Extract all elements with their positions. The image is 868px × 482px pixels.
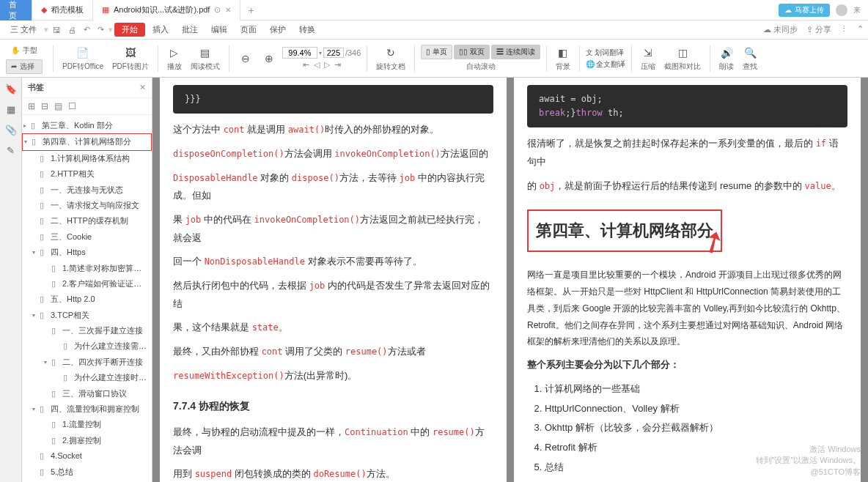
tab-template[interactable]: ◆ 稻壳模板 [32,0,93,21]
bookmark-icon: ▯ [40,404,48,415]
auto-scroll[interactable]: 自动滚动 [466,62,496,70]
redo-icon[interactable]: ↷ [95,25,107,34]
tree-arrow-icon: ▸ [23,122,31,130]
pdf-to-image[interactable]: 🖼PDF转图片 [109,45,152,72]
menu-annotate[interactable]: 批注 [176,22,204,37]
avatar[interactable] [836,4,847,16]
bookmark-item[interactable]: ▯为什么建立连接时多了一次握手? [22,370,152,385]
bookmark-item[interactable]: ▾▯3.TCP相关 [22,308,152,323]
first-page-icon[interactable]: ⇤ [303,60,309,70]
file-menu[interactable]: 三 文件 [4,22,43,37]
bookmark-item[interactable]: ▯三、滑动窗口协议 [22,386,152,401]
tab-add[interactable]: + [240,4,261,16]
bookmark-tool-icon[interactable]: ☐ [68,101,76,111]
bookmark-item[interactable]: ▾▯四、流量控制和拥塞控制 [22,401,152,417]
read-mode[interactable]: ▤阅读模式 [188,45,223,72]
next-page-icon[interactable]: ▷ [324,60,330,70]
bookmark-icon: ▯ [51,419,60,430]
undo-icon[interactable]: ↶ [81,25,93,34]
single-page-icon: ▯ [426,48,430,56]
menu-start[interactable]: 开始 [114,23,145,37]
bookmark-icon: ▯ [40,451,48,461]
play-button[interactable]: ▷播放 [164,45,185,72]
bookmark-item[interactable]: ▯为什么建立连接需要三次握手? [22,338,152,354]
bookmark-item[interactable]: ▸▯第三章、Kotlin 部分 [22,118,152,133]
document-area[interactable]: ➚ }}} 这个方法中 cont 就是调用 await()时传入的外部协程的对象… [152,78,868,482]
zoom-input[interactable] [282,47,317,59]
last-page-icon[interactable]: ⇥ [334,60,341,70]
menu-insert[interactable]: 插入 [147,22,174,37]
bookmark-item[interactable]: ▾▯第四章、计算机网络部分 [22,133,152,150]
bookmark-label: 为什么建立连接需要三次握手? [74,341,149,352]
bookmark-item[interactable]: ▾▯二、四次挥手断开连接 [22,355,152,370]
menu-convert[interactable]: 转换 [293,22,321,37]
attachment-tab-icon[interactable]: 📎 [4,123,18,136]
upload-button[interactable]: ☁ 马赛上传 [779,4,830,17]
bookmark-item[interactable]: ▯五、Http 2.0 [22,292,152,307]
menu-protect[interactable]: 保护 [264,22,292,37]
translate-all[interactable]: 🌐 全文翻译 [586,59,626,70]
bookmark-item[interactable]: ▯2.客户端如何验证证书的合法性: [22,276,152,292]
close-icon[interactable]: ✕ [225,6,231,14]
print-icon[interactable]: 🖨 [65,26,79,34]
bookmark-item[interactable]: ▯2.拥塞控制 [22,433,152,448]
read-aloud[interactable]: 🔊朗读 [716,45,737,72]
compare-button[interactable]: ◫截图和对比 [661,45,704,72]
zoom-in[interactable]: ⊕ [259,51,279,66]
tree-tool-icon[interactable]: ▤ [54,101,62,111]
translate-icon: 文 [586,48,593,56]
continuous-read[interactable]: ☰ 连续阅读 [491,45,540,59]
page-input[interactable] [323,48,344,58]
bookmark-label: 2.HTTP相关 [51,168,95,179]
tab-home[interactable]: 首页 [0,0,32,21]
menu-edit[interactable]: 编辑 [205,22,233,37]
bookmark-item[interactable]: ▯一、无连接与无状态 [22,182,152,198]
more-icon[interactable]: ⋮ [840,24,848,35]
share-button[interactable]: ⇪ 分享 [806,24,831,35]
sync-status[interactable]: ☁ 未同步 [763,24,798,35]
bookmark-item[interactable]: ▯5.总结 [22,464,152,480]
bookmark-item[interactable]: ▯二、HTTP的缓存机制 [22,213,152,229]
sidebar-close-icon[interactable]: ✕ [139,83,146,92]
expand-all-icon[interactable]: ⊞ [28,101,35,111]
page-right: await = obj; break;}throw th; 很清晰了，就是恢复之… [514,78,861,482]
double-page[interactable]: ▯▯ 双页 [454,45,490,59]
find-button[interactable]: 🔍查找 [740,45,760,72]
translate-selection[interactable]: 文 划词翻译 [586,48,626,58]
prev-page-icon[interactable]: ◁ [314,60,320,70]
tab-menu-icon[interactable]: ⊙ [214,5,221,15]
bookmark-item[interactable]: ▯1.简述非对称加密算法为什么安全... [22,261,152,276]
bookmark-icon: ▯ [40,153,48,164]
annotation-tab-icon[interactable]: ✎ [4,144,18,157]
menu-page[interactable]: 页面 [235,22,262,37]
bookmark-item[interactable]: ▯2.HTTP相关 [22,166,152,182]
bookmark-icon: ▯ [51,278,60,289]
collapse-all-icon[interactable]: ⊟ [41,101,48,111]
compress-button[interactable]: ⇲压缩 [638,45,658,72]
bookmark-label: 1.简述非对称加密算法为什么安全... [62,263,149,274]
bookmark-item[interactable]: ▯一、三次握手建立连接 [22,323,152,338]
chevron-down-icon[interactable]: ▾ [319,50,322,56]
pdf-icon: ▦ [102,5,109,15]
rotate-button[interactable]: ↻旋转文档 [373,45,408,72]
bookmark-tab-icon[interactable]: 🔖 [4,82,18,95]
section-heading: 7.7.4 协程的恢复 [173,396,493,416]
bookmark-item[interactable]: ▯一、请求报文与响应报文 [22,198,152,213]
background-button[interactable]: ◧背景 [553,45,573,72]
bookmark-item[interactable]: ▯1.计算机网络体系结构 [22,151,152,166]
chevron-up-icon[interactable]: ⌃ [857,24,864,35]
bookmark-icon: ▯ [40,467,48,478]
pdf-to-office[interactable]: 📄PDF转Office [59,45,106,72]
tab-pdf[interactable]: ▦ Android知识...试&进阶).pdf ⊙ ✕ [93,0,240,21]
bookmark-item[interactable]: ▯三、Cookie [22,229,152,245]
hand-tool[interactable]: ✋手型 [6,43,43,58]
bookmark-item[interactable]: ▯1.流量控制 [22,417,152,432]
save-icon[interactable]: 🖫 [50,26,64,34]
zoom-out[interactable]: ⊖ [235,51,256,66]
bookmark-item[interactable]: ▯4.Socket [22,448,152,464]
single-page[interactable]: ▯ 单页 [421,45,452,59]
tree-arrow-icon: ▾ [32,311,40,319]
bookmark-item[interactable]: ▾▯四、Https [22,245,152,260]
select-tool[interactable]: ➦选择 [6,59,43,74]
thumbnail-tab-icon[interactable]: ▦ [4,103,18,116]
